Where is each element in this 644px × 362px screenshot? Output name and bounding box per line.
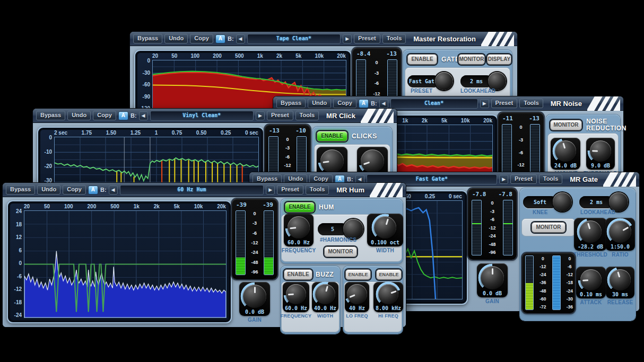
copy-button[interactable]: Copy — [63, 185, 86, 195]
window-title: MR Hum — [336, 186, 364, 194]
tools-menu-button[interactable]: Tools — [539, 174, 563, 184]
click-duration-knob[interactable] — [361, 149, 384, 173]
bypass-button[interactable]: Bypass — [276, 99, 306, 108]
click-sensitivity-knob[interactable] — [320, 149, 344, 173]
preset-menu-button[interactable]: Preset — [491, 99, 518, 108]
x-axis-label: 500 — [235, 53, 244, 59]
preset-next-button[interactable]: ▶ — [266, 186, 275, 195]
hum-enable-button[interactable]: ENABLE — [285, 202, 315, 213]
undo-button[interactable]: Undo — [164, 34, 188, 43]
window-title: MR Noise — [551, 100, 582, 108]
copy-button[interactable]: Copy — [190, 34, 213, 43]
meter-scale-label: -48 — [489, 242, 495, 247]
noise-reduction-label-line1: NOISE — [586, 118, 607, 125]
lookahead-knob[interactable] — [609, 192, 628, 211]
gate-display-button[interactable]: DISPLAY — [487, 54, 511, 65]
titlebar[interactable]: Bypass Undo Copy A B: ◀ 60 Hz Hum ▶ Pres… — [3, 183, 406, 197]
tools-menu-button[interactable]: Tools — [382, 34, 406, 43]
gate-preset-knob[interactable] — [435, 72, 453, 90]
undo-button[interactable]: Undo — [67, 111, 91, 120]
bypass-button[interactable]: Bypass — [133, 34, 162, 43]
x-axis-label: 10k — [315, 53, 324, 59]
brickwall-hi-enable-button[interactable]: ENABLE — [376, 269, 402, 280]
clicks-enable-button[interactable]: ENABLE — [317, 131, 347, 142]
hum-width-knob[interactable] — [374, 216, 396, 239]
preset-menu-button[interactable]: Preset — [277, 185, 303, 195]
buzz-enable-button[interactable]: ENABLE — [284, 269, 312, 280]
y-axis-label: 12 — [16, 234, 22, 240]
release-knob[interactable] — [610, 269, 631, 290]
meter-scale-label: -24 — [251, 250, 258, 255]
gate-lookahead-knob[interactable] — [488, 72, 506, 90]
x-axis-label: 1k — [134, 204, 140, 209]
buzz-width-knob[interactable] — [315, 284, 335, 304]
preset-prev-button[interactable]: ◀ — [109, 186, 118, 195]
preset-prev-button[interactable]: ◀ — [236, 34, 245, 43]
meter-scale-label: 0 — [491, 200, 493, 206]
a-b-toggle-button[interactable]: A — [118, 111, 128, 120]
preset-menu-button[interactable]: Preset — [267, 111, 293, 120]
monitor-button[interactable]: MONITOR — [550, 120, 582, 130]
preset-next-button[interactable]: ▶ — [256, 111, 265, 120]
x-axis-label: 20k — [483, 118, 492, 123]
meter-scale-label: -48 — [251, 260, 258, 265]
x-axis-label: 1k — [402, 118, 408, 123]
preset-prev-button[interactable]: ◀ — [139, 111, 148, 120]
harmonics-knob[interactable] — [343, 219, 363, 239]
preset-name-field[interactable]: Vinyl Clean* — [150, 111, 254, 121]
undo-button[interactable]: Undo — [37, 185, 60, 195]
preset-next-button[interactable]: ▶ — [480, 99, 489, 108]
preset-name-field[interactable]: Clean* — [390, 99, 478, 109]
gain-knob[interactable] — [243, 285, 266, 308]
ratio-knob[interactable] — [609, 220, 631, 243]
preset-name-field[interactable]: 60 Hz Hum — [120, 185, 264, 195]
gate-monitor-button[interactable]: MONITOR — [458, 54, 485, 65]
preset-menu-button[interactable]: Preset — [510, 174, 537, 184]
y-axis-label: -12 — [14, 286, 22, 292]
a-b-toggle-button[interactable]: A — [359, 99, 369, 108]
meter-scale: 0-3-6-12-24-48-96 — [489, 200, 495, 255]
a-b-toggle-button[interactable]: A — [335, 175, 345, 184]
attack-knob[interactable] — [580, 269, 602, 290]
threshold-knob[interactable] — [590, 140, 611, 162]
tools-menu-button[interactable]: Tools — [295, 111, 319, 120]
titlebar[interactable]: Bypass Undo Copy A B: ◀ Vinyl Clean* ▶ P… — [33, 109, 397, 123]
knee-knob[interactable] — [553, 192, 572, 211]
preset-prev-button[interactable]: ◀ — [355, 175, 364, 184]
hum-frequency-knob[interactable] — [288, 216, 310, 239]
a-b-toggle-button[interactable]: A — [215, 34, 225, 43]
preset-next-button[interactable]: ▶ — [343, 34, 352, 43]
tools-menu-button[interactable]: Tools — [519, 99, 543, 108]
hi-freq-knob[interactable] — [378, 284, 398, 304]
copy-button[interactable]: Copy — [333, 99, 356, 108]
amount-knob[interactable] — [555, 140, 576, 162]
meter-readout-left: -39 — [236, 201, 247, 208]
gate-enable-button[interactable]: ENABLE — [407, 54, 437, 65]
brickwall-lo-enable-button[interactable]: ENABLE — [345, 269, 371, 280]
bypass-button[interactable]: Bypass — [36, 111, 65, 120]
buzz-frequency-knob[interactable] — [286, 284, 306, 304]
gain-knob[interactable] — [481, 266, 504, 289]
threshold-knob[interactable] — [579, 220, 602, 243]
tools-menu-button[interactable]: Tools — [306, 185, 329, 195]
copy-button[interactable]: Copy — [93, 111, 116, 120]
monitor-button[interactable]: MONITOR — [532, 222, 565, 233]
b-label: B: — [100, 187, 107, 193]
y-axis-label: -60 — [143, 82, 150, 87]
lo-freq-knob[interactable] — [347, 284, 367, 304]
x-axis-label: 5k — [174, 204, 180, 209]
bypass-button[interactable]: Bypass — [6, 185, 35, 195]
meter-scale-label: -3 — [519, 137, 523, 143]
a-b-toggle-button[interactable]: A — [88, 186, 98, 195]
gain-label: GAIN — [485, 298, 499, 304]
preset-next-button[interactable]: ▶ — [499, 175, 508, 184]
titlebar[interactable]: Bypass Undo Copy A B: ◀ Tape Clean* ▶ Pr… — [130, 32, 517, 46]
window-mr-hum: Bypass Undo Copy A B: ◀ 60 Hz Hum ▶ Pres… — [3, 183, 406, 327]
undo-button[interactable]: Undo — [308, 99, 331, 108]
hum-monitor-button[interactable]: MONITOR — [324, 246, 357, 257]
knee-display: Soft — [523, 196, 557, 208]
preset-menu-button[interactable]: Preset — [354, 34, 380, 43]
preset-name-field[interactable]: Tape Clean* — [247, 34, 341, 44]
x-axis-label: 0 sec — [245, 130, 258, 136]
preset-prev-button[interactable]: ◀ — [379, 99, 388, 108]
